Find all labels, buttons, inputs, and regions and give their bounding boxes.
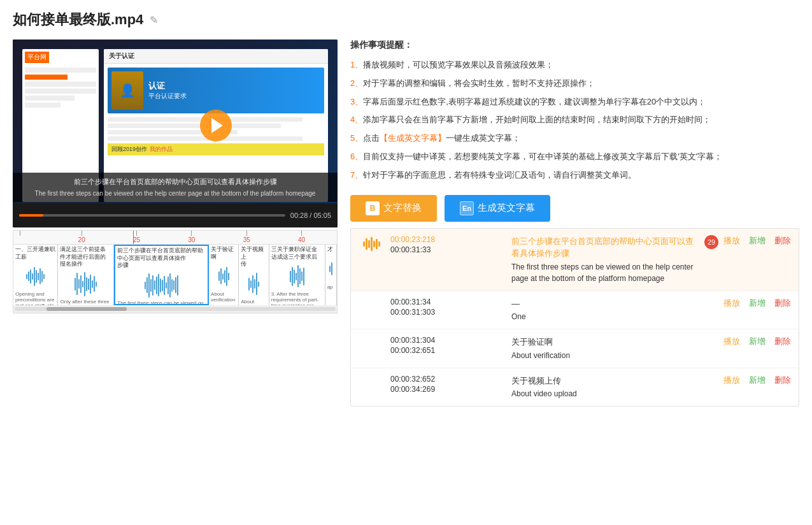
person-image: 👤 — [111, 71, 143, 110]
subtitle-content-4: 关于视频上传 About video upload — [505, 375, 704, 400]
time-end-3: 00:00:32:651 — [390, 346, 505, 355]
waveform-segment-5[interactable]: 关于视频上传 Aboutvideoupload — [239, 245, 269, 305]
nav-logo: 平台网 — [25, 52, 49, 63]
segment-label-7: 才 — [325, 245, 336, 255]
delete-action-2[interactable]: 删除 — [774, 298, 791, 309]
subtitle-zh-3: 关于验证啊 — [511, 336, 698, 349]
time-display: 00:28 / 05:05 — [290, 212, 331, 219]
time-end-4: 00:00:34:269 — [390, 385, 505, 394]
subtitle-list: 00:00:23:218 00:00:31:33 前三个步骤在平台首页底部的帮助… — [350, 228, 799, 406]
waveform-segment-3[interactable]: 前三个步骤在平台首页底部的帮助中心页面可以查看具体操作步骤 The first … — [114, 245, 209, 305]
ruler-line — [20, 231, 20, 236]
subtitle-content-1: 前三个步骤在平台首页底部的帮助中心页面可以查看具体操作步骤 The first … — [505, 235, 704, 284]
ruler-tick: 20 — [78, 231, 85, 243]
add-action-1[interactable]: 新增 — [749, 235, 766, 247]
nav-item — [25, 68, 96, 73]
subtitle-content-3: 关于验证啊 About verification — [505, 336, 704, 361]
video-player[interactable]: 平台网 关于认证 👤 — [13, 40, 338, 227]
add-action-3[interactable]: 新增 — [749, 336, 766, 347]
nav-item — [25, 82, 96, 87]
subtitle-en-3: About verification — [511, 350, 698, 361]
subtitle-times-1: 00:00:23:218 00:00:31:33 — [390, 235, 505, 254]
delete-action-1[interactable]: 删除 — [774, 235, 791, 247]
left-panel: 平台网 关于认证 👤 — [13, 40, 338, 406]
time-start-1: 00:00:23:218 — [390, 235, 505, 244]
time-start-4: 00:00:32:652 — [390, 375, 505, 384]
subtitle-times-4: 00:00:32:652 00:00:34:269 — [390, 375, 505, 394]
subtitle-en-2: One — [511, 311, 698, 322]
timeline-ruler: 20 25 30 35 — [13, 231, 337, 245]
bottom-banner: 回顾2019创作我的作品 — [108, 143, 324, 155]
ruler-num: 30 — [188, 236, 195, 243]
instruction-1: 1、播放视频时，可以预览字幕效果以及音频波段效果； — [350, 59, 799, 72]
nav-item — [25, 96, 75, 101]
nav-item — [25, 75, 68, 80]
timeline-scrollbar[interactable] — [13, 305, 337, 313]
edit-icon[interactable]: ✎ — [150, 14, 158, 26]
delete-action-3[interactable]: 删除 — [774, 336, 791, 347]
subtitle-zh-1: 前三个步骤在平台首页底部的帮助中心页面可以查看具体操作步骤 — [511, 235, 698, 260]
instruction-3: 3、字幕后面显示红色数字,表明字幕超过系统建议的字数，建议调整为单行字幕在20个… — [350, 96, 799, 109]
ruler-tick: 35 — [243, 231, 250, 243]
timeline-wrapper: 20 25 30 35 — [13, 230, 338, 313]
ruler-num: 25 — [133, 236, 140, 243]
instruction-2: 2、对于字幕的调整和编辑，将会实时生效，暂时不支持还原操作； — [350, 77, 799, 90]
waveform-segment-7[interactable]: 才 ap — [325, 245, 337, 305]
subtitle-row-2: 00:00:31:34 00:00:31:303 — One 播放 新增 删除 — [351, 291, 799, 330]
play-button[interactable] — [200, 110, 232, 141]
play-action-1[interactable]: 播放 — [723, 235, 740, 247]
right-panel: 操作事项提醒： 1、播放视频时，可以预览字幕效果以及音频波段效果； 2、对于字幕… — [350, 40, 799, 406]
subtitle-content-2: — One — [505, 298, 704, 323]
progress-fill — [19, 214, 43, 217]
segment-en-4: Aboutverification — [209, 291, 238, 303]
ruler-tick: 25 — [133, 231, 140, 243]
ruler-tick: 30 — [188, 231, 195, 243]
ruler-num: 35 — [243, 236, 250, 243]
waveform-segment-4[interactable]: 关于验证啊 Aboutverification — [209, 245, 239, 305]
ruler-tick — [20, 231, 20, 236]
waveform-track[interactable]: 一、三开通兼职工薪 Opening and preconditions are … — [13, 245, 337, 305]
subtitle-actions-3: 播放 新增 删除 — [723, 336, 791, 347]
timeline-cursor — [133, 231, 134, 244]
ruler-line — [136, 231, 137, 236]
nav-item — [25, 103, 61, 108]
generate-english-button[interactable]: En 生成英文字幕 — [445, 195, 550, 222]
subtitle-wave-1 — [359, 235, 384, 253]
video-banner: 👤 认证 平台认证要求 — [108, 68, 324, 113]
play-action-3[interactable]: 播放 — [723, 336, 740, 347]
banner-text: 认证 平台认证要求 — [148, 80, 187, 101]
instruction-7: 7、针对于字幕的字面意思，若有特殊专业词汇及语句，请自行调整英文单词。 — [350, 169, 799, 182]
subtitle-en-4: About video upload — [511, 388, 698, 399]
scrollbar-thumb[interactable] — [46, 307, 127, 311]
instruction-5: 5、点击【生成英文字幕】一键生成英文字幕； — [350, 132, 799, 145]
waveform-segment-2[interactable]: 满足这三个前提条件才能进行后面的报名操作 Only after these th… — [58, 245, 114, 305]
subtitle-actions-4: 播放 新增 删除 — [723, 375, 791, 386]
replace-icon: B — [366, 201, 380, 215]
ruler-tick: 40 — [298, 231, 305, 243]
mini-wave-1 — [363, 235, 380, 253]
ruler-num: 40 — [298, 236, 305, 243]
text-replace-button[interactable]: B 文字替换 — [350, 195, 437, 222]
play-action-4[interactable]: 播放 — [723, 375, 740, 386]
segment-en-6: 3. After the three requirements of part-… — [269, 291, 325, 305]
waveform-segment-1[interactable]: 一、三开通兼职工薪 Opening and preconditions are … — [13, 245, 58, 305]
action-buttons: B 文字替换 En 生成英文字幕 — [350, 195, 799, 222]
add-action-4[interactable]: 新增 — [749, 375, 766, 386]
subtitle-row-3: 00:00:31:304 00:00:32:651 关于验证啊 About ve… — [351, 329, 799, 368]
waveform-segment-6[interactable]: 三关于兼职保证金达成这三个要求后 3. After the three requ… — [269, 245, 325, 305]
instruction-6: 6、目前仅支持一键中译英，若想要纯英文字幕，可在中译英的基础上修改英文字幕后下载… — [350, 150, 799, 164]
scrollbar-track[interactable] — [15, 307, 336, 311]
subtitle-times-2: 00:00:31:34 00:00:31:303 — [390, 298, 505, 317]
play-triangle-icon — [211, 118, 223, 133]
delete-action-4[interactable]: 删除 — [774, 375, 791, 386]
segment-en-5: Aboutvideoupload — [239, 298, 268, 305]
time-start-3: 00:00:31:304 — [390, 336, 505, 345]
time-end-2: 00:00:31:303 — [390, 308, 505, 317]
progress-bar[interactable] — [19, 214, 285, 217]
subtitle-actions-1: 播放 新增 删除 — [723, 235, 791, 247]
subtitle-row-1: 00:00:23:218 00:00:31:33 前三个步骤在平台首页底部的帮助… — [351, 229, 799, 291]
generate-icon: En — [460, 201, 474, 215]
subtitle-zh: 前三个步骤在平台首页底部的帮助中心页面可以查看具体操作步骤 — [19, 176, 331, 187]
play-action-2[interactable]: 播放 — [723, 298, 740, 309]
add-action-2[interactable]: 新增 — [749, 298, 766, 309]
